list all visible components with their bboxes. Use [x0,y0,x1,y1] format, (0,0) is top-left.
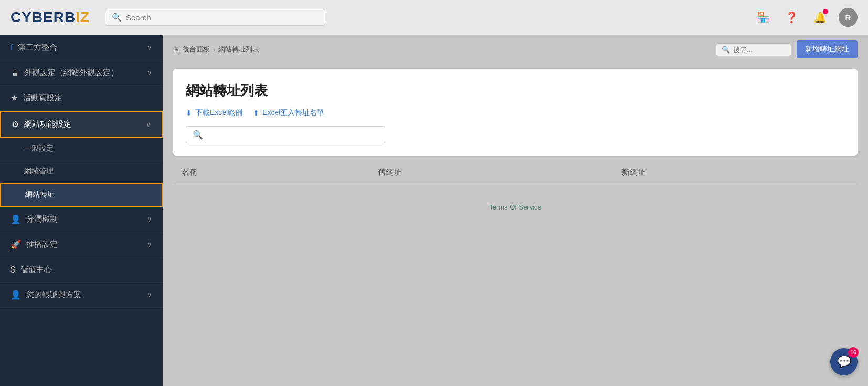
content-area: 🖥 後台面板 › 網站轉址列表 🔍 新增轉址網址 網站轉址列表 ⬇ 下載Exce… [163,35,868,386]
chevron-down-icon: ∨ [147,291,152,299]
table-container: 名稱 舊網址 新網址 [163,161,868,195]
header-search[interactable]: 🔍 [716,43,791,56]
monitor-icon: 🖥 [10,68,19,78]
sidebar-sub-label-general: 一般設定 [24,144,54,153]
store-icon[interactable]: 🏪 [754,8,772,27]
col-new-url: 新網址 [613,161,858,184]
sidebar-label-site-settings: 網站功能設定 [24,119,141,129]
breadcrumb-current: 網站轉址列表 [218,45,259,54]
sidebar-label-broadcast: 推播設定 [26,239,142,249]
search-icon: 🔍 [112,13,122,22]
card-links: ⬇ 下載Excel範例 ⬆ Excel匯入轉址名單 [186,108,845,118]
import-excel-label: Excel匯入轉址名單 [262,108,324,118]
chevron-down-icon: ∨ [146,120,151,128]
add-redirect-button[interactable]: 新增轉址網址 [797,40,858,58]
global-search-input[interactable] [126,13,319,22]
navbar-right: 🏪 ❓ 🔔 R [754,8,858,27]
sidebar: f 第三方整合 ∨ 🖥 外觀設定（網站外觀設定） ∨ ★ 活動頁設定 ⚙ 網站功… [0,35,163,386]
sidebar-label-appearance: 外觀設定（網站外觀設定） [24,68,142,78]
sidebar-item-third-party[interactable]: f 第三方整合 ∨ [0,35,163,60]
dollar-icon: $ [10,265,15,275]
facebook-icon: f [10,43,13,53]
sidebar-sub-label-redirect: 網站轉址 [25,190,55,200]
download-excel-link[interactable]: ⬇ 下載Excel範例 [186,108,242,118]
sidebar-sub-item-domain[interactable]: 網域管理 [0,160,163,183]
chat-badge: 16 [848,347,859,358]
sidebar-label-wallet: 儲值中心 [20,265,152,275]
import-excel-link[interactable]: ⬆ Excel匯入轉址名單 [253,108,324,118]
sidebar-label-account: 您的帳號與方案 [26,290,142,300]
col-name: 名稱 [173,161,369,184]
logo-biz: IZ [76,9,90,25]
sidebar-item-account[interactable]: 👤 您的帳號與方案 ∨ [0,283,163,308]
card-search[interactable]: 🔍 [186,126,385,143]
main-layout: f 第三方整合 ∨ 🖥 外觀設定（網站外觀設定） ∨ ★ 活動頁設定 ⚙ 網站功… [0,35,868,386]
logo-dot: B [65,9,76,25]
gear-icon: ⚙ [12,119,19,129]
sidebar-label-third-party: 第三方整合 [18,43,142,53]
chevron-down-icon: ∨ [147,44,152,51]
redirect-table: 名稱 舊網址 新網址 [173,161,858,184]
chat-icon: 💬 [837,355,851,369]
logo-cyber: CYBER [10,9,65,25]
sidebar-item-activity[interactable]: ★ 活動頁設定 [0,86,163,111]
top-navbar: CYBERBIZ 🔍 🏪 ❓ 🔔 R [0,0,868,35]
global-search-bar[interactable]: 🔍 [105,9,325,26]
sidebar-item-appearance[interactable]: 🖥 外觀設定（網站外觀設定） ∨ [0,60,163,86]
sidebar-label-activity: 活動頁設定 [23,93,152,103]
card-title: 網站轉址列表 [186,81,845,100]
header-right: 🔍 新增轉址網址 [716,40,858,58]
person-icon: 👤 [10,214,21,224]
col-old-url: 舊網址 [369,161,613,184]
redirect-card: 網站轉址列表 ⬇ 下載Excel範例 ⬆ Excel匯入轉址名單 🔍 [173,69,858,156]
search-icon: 🔍 [722,46,730,54]
help-icon[interactable]: ❓ [782,8,801,27]
chat-bubble[interactable]: 💬 16 [830,348,858,375]
sidebar-label-split: 分潤機制 [26,214,142,224]
bell-icon[interactable]: 🔔 [810,8,829,27]
chevron-down-icon: ∨ [147,69,152,77]
breadcrumb-separator: › [213,46,215,54]
footer: Terms Of Service [163,195,868,220]
search-icon: 🔍 [193,130,203,140]
account-icon: 👤 [10,290,21,300]
download-icon: ⬇ [186,109,192,117]
breadcrumb: 🖥 後台面板 › 網站轉址列表 [173,45,259,54]
breadcrumb-icon: 🖥 [173,46,179,53]
logo: CYBERBIZ [10,9,94,26]
upload-icon: ⬆ [253,109,259,117]
header-search-input[interactable] [733,46,786,54]
sidebar-item-split[interactable]: 👤 分潤機制 ∨ [0,207,163,232]
star-icon: ★ [10,93,18,103]
content-header: 🖥 後台面板 › 網站轉址列表 🔍 新增轉址網址 [163,35,868,64]
download-excel-label: 下載Excel範例 [195,108,242,118]
sidebar-item-wallet[interactable]: $ 儲值中心 [0,257,163,283]
breadcrumb-home: 後台面板 [183,45,210,54]
card-search-input[interactable] [207,131,378,139]
rocket-icon: 🚀 [10,239,21,249]
sidebar-sub-label-domain: 網域管理 [24,166,54,176]
user-avatar[interactable]: R [839,8,858,27]
chevron-down-icon: ∨ [147,241,152,248]
sidebar-item-site-settings[interactable]: ⚙ 網站功能設定 ∨ [0,111,163,138]
chevron-down-icon: ∨ [147,215,152,223]
sidebar-sub-item-redirect[interactable]: 網站轉址 [0,183,163,207]
sidebar-item-broadcast[interactable]: 🚀 推播設定 ∨ [0,232,163,257]
sidebar-sub-item-general[interactable]: 一般設定 [0,138,163,160]
bell-badge [823,9,828,14]
terms-of-service[interactable]: Terms Of Service [489,203,542,211]
